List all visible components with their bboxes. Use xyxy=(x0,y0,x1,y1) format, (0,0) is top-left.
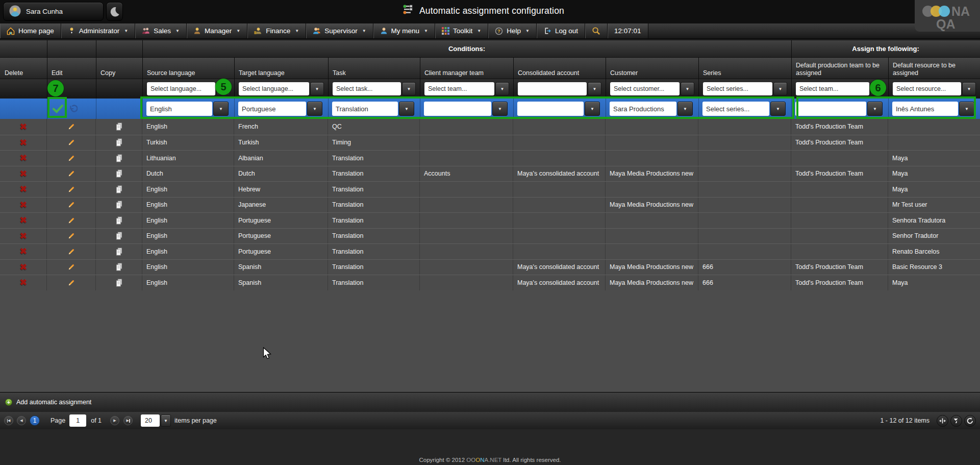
copy-icon xyxy=(115,138,123,146)
delete-button[interactable]: ✖ xyxy=(0,135,47,151)
delete-button[interactable]: ✖ xyxy=(0,198,47,213)
copy-button[interactable] xyxy=(96,151,142,166)
nav-item-log-out[interactable]: Log out xyxy=(537,23,585,38)
cell: Todd's Production Team xyxy=(791,260,888,275)
edit-button[interactable] xyxy=(47,182,96,197)
filter-customer[interactable]: Select customer...▼ xyxy=(610,82,694,95)
filter-series[interactable]: Select series...▼ xyxy=(703,82,787,95)
copy-button[interactable] xyxy=(96,166,142,182)
column-header-consolidated-account[interactable]: Consolidated account xyxy=(518,69,601,77)
table-row: ✖EnglishSpanishTranslationMaya's consoli… xyxy=(0,275,980,290)
copy-button[interactable] xyxy=(96,213,142,228)
column-header-edit[interactable]: Edit xyxy=(52,69,91,77)
nav-item-supervisor[interactable]: Supervisor▼ xyxy=(306,23,373,38)
delete-button[interactable]: ✖ xyxy=(0,182,47,197)
column-header-customer[interactable]: Customer xyxy=(610,69,694,77)
nav-item-my-menu[interactable]: My menu▼ xyxy=(373,23,435,38)
column-header-copy[interactable]: Copy xyxy=(100,69,138,77)
filter-consolidated-account[interactable]: ▼ xyxy=(518,82,601,95)
group-header-conditions: Conditions: xyxy=(142,40,791,58)
delete-button[interactable]: ✖ xyxy=(0,244,47,259)
page-size-select[interactable]: 20 ▼ xyxy=(141,414,171,427)
copy-button[interactable] xyxy=(96,260,142,275)
edit-button[interactable] xyxy=(47,151,96,166)
edit-button[interactable] xyxy=(47,198,96,213)
user-button[interactable]: Sara Cunha xyxy=(3,2,104,21)
copy-button[interactable] xyxy=(96,229,142,244)
copy-button[interactable] xyxy=(96,275,142,290)
nav-item-administrator[interactable]: Administrator▼ xyxy=(61,23,135,38)
copy-icon xyxy=(115,185,123,193)
column-header-client-manager-team[interactable]: Client manager team xyxy=(424,69,509,77)
edit-button[interactable] xyxy=(47,244,96,259)
nav-item-finance[interactable]: Finance▼ xyxy=(247,23,306,38)
refresh-button[interactable] xyxy=(964,415,976,427)
copy-button[interactable] xyxy=(96,119,142,135)
nav-item-manager[interactable]: Manager▼ xyxy=(187,23,247,38)
column-header-target-language[interactable]: Target language xyxy=(239,69,323,77)
cell xyxy=(791,229,888,244)
nav-item-sales[interactable]: Sales▼ xyxy=(135,23,187,38)
add-automatic-assignment-button[interactable]: Add automatic assignment xyxy=(16,399,91,406)
edit-button[interactable] xyxy=(47,260,96,275)
cell xyxy=(698,198,791,213)
edit-button[interactable] xyxy=(47,119,96,135)
delete-icon: ✖ xyxy=(19,184,27,194)
edit-button[interactable] xyxy=(47,229,96,244)
current-page-button[interactable]: 1 xyxy=(30,415,40,426)
column-header-default-resource-to-be-assigned[interactable]: Default resource to be assigned xyxy=(893,62,975,77)
page-number-input[interactable]: 1 xyxy=(69,414,86,427)
fit-columns-button[interactable] xyxy=(937,415,948,427)
nav-item-help[interactable]: ?Help▼ xyxy=(488,23,537,38)
last-page-button[interactable]: ▶ xyxy=(123,416,133,425)
page-title-icon xyxy=(403,4,413,17)
cell xyxy=(513,213,606,228)
cell: Translation xyxy=(328,244,420,259)
filter-client-manager-team[interactable]: Select team...▼ xyxy=(424,82,509,95)
column-header-series[interactable]: Series xyxy=(703,69,787,77)
delete-button[interactable]: ✖ xyxy=(0,166,47,182)
clear-filter-button[interactable] xyxy=(950,415,962,427)
cell: Maya's consolidated account xyxy=(513,166,606,182)
prev-page-button[interactable]: ◀ xyxy=(17,416,26,425)
column-header-task[interactable]: Task xyxy=(333,69,415,77)
pencil-icon xyxy=(67,169,76,178)
edit-button[interactable] xyxy=(47,135,96,151)
copy-button[interactable] xyxy=(96,135,142,151)
edit-button[interactable] xyxy=(47,275,96,290)
filter-target-language[interactable]: Select language...▼ xyxy=(239,82,324,95)
delete-button[interactable]: ✖ xyxy=(0,229,47,244)
undo-edit-icon[interactable] xyxy=(68,104,78,114)
filter-default-resource-to-be-assigned[interactable]: Select resource...▼ xyxy=(893,82,976,95)
annotation-circle-7: 7 xyxy=(47,80,64,96)
copy-button[interactable] xyxy=(96,182,142,197)
cell: Albanian xyxy=(234,151,328,166)
column-header-delete[interactable]: Delete xyxy=(5,69,42,77)
delete-button[interactable]: ✖ xyxy=(0,213,47,228)
filter-task[interactable]: Select task...▼ xyxy=(333,82,416,95)
theme-toggle-button[interactable] xyxy=(106,2,123,21)
cell: Maya Media Productions new xyxy=(606,198,698,213)
edit-button[interactable] xyxy=(47,166,96,182)
first-page-button[interactable]: ◀ xyxy=(4,416,13,425)
delete-button[interactable]: ✖ xyxy=(0,119,47,135)
delete-button[interactable]: ✖ xyxy=(0,151,47,166)
copy-button[interactable] xyxy=(96,198,142,213)
add-bar: + Add automatic assignment xyxy=(0,392,980,412)
column-header-default-production-team-to-be-assigned[interactable]: Default production team to be assigned xyxy=(796,62,884,77)
chevron-down-icon: ▼ xyxy=(402,82,416,95)
nav-item-home-page[interactable]: Home page xyxy=(0,23,61,38)
nav-item-12-07-01[interactable]: 12:07:01 xyxy=(608,23,648,38)
edit-button[interactable] xyxy=(47,213,96,228)
cell: Senhora Tradutora xyxy=(888,213,980,228)
column-header-source-language[interactable]: Source language xyxy=(147,69,230,77)
nav-item-toolkit[interactable]: Toolkit▼ xyxy=(435,23,488,38)
nav-item-search[interactable] xyxy=(585,23,608,38)
copy-button[interactable] xyxy=(96,244,142,259)
delete-button[interactable]: ✖ xyxy=(0,275,47,290)
cell xyxy=(791,151,888,166)
next-page-button[interactable]: ▶ xyxy=(110,416,119,425)
delete-button[interactable]: ✖ xyxy=(0,260,47,275)
ooona-qa-logo: NA QA xyxy=(915,0,980,32)
copyright: Copyright © 2012 OOONA.NET ltd. All righ… xyxy=(0,457,980,463)
